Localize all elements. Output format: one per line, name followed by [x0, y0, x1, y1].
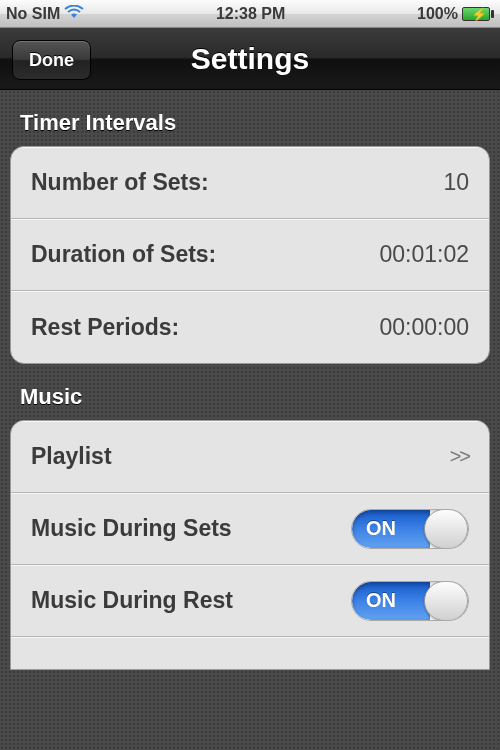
toggle-knob — [424, 581, 468, 621]
row-music-during-rest: Music During Rest ON — [11, 565, 489, 637]
toggle-on-label: ON — [366, 589, 396, 612]
battery-percent: 100% — [417, 5, 458, 23]
row-value: 10 — [443, 169, 469, 196]
toggle-music-during-rest[interactable]: ON — [351, 581, 469, 621]
row-value: 00:01:02 — [379, 241, 469, 268]
nav-bar: Done Settings — [0, 28, 500, 90]
row-label: Playlist — [31, 443, 112, 470]
done-button-label: Done — [29, 50, 74, 71]
done-button[interactable]: Done — [12, 40, 91, 80]
section-header-timer: Timer Intervals — [10, 90, 490, 146]
group-music: Playlist >> Music During Sets ON Music D… — [10, 420, 490, 670]
row-value: 00:00:00 — [379, 314, 469, 341]
group-timer-intervals: Number of Sets: 10 Duration of Sets: 00:… — [10, 146, 490, 364]
toggle-music-during-sets[interactable]: ON — [351, 509, 469, 549]
page-title: Settings — [191, 42, 309, 76]
chevron-right-icon: >> — [450, 445, 469, 468]
row-label: Duration of Sets: — [31, 241, 216, 268]
row-label: Music During Rest — [31, 587, 233, 614]
section-header-music: Music — [10, 364, 490, 420]
settings-content[interactable]: Timer Intervals Number of Sets: 10 Durat… — [0, 90, 500, 750]
row-duration-of-sets[interactable]: Duration of Sets: 00:01:02 — [11, 219, 489, 291]
row-rest-periods[interactable]: Rest Periods: 00:00:00 — [11, 291, 489, 363]
status-left: No SIM — [6, 5, 84, 23]
row-number-of-sets[interactable]: Number of Sets: 10 — [11, 147, 489, 219]
wifi-icon — [64, 5, 84, 23]
row-label: Number of Sets: — [31, 169, 209, 196]
carrier-text: No SIM — [6, 5, 60, 23]
row-music-during-sets: Music During Sets ON — [11, 493, 489, 565]
row-cutoff — [11, 637, 489, 669]
status-right: 100% ⚡ — [417, 5, 494, 23]
toggle-on-label: ON — [366, 517, 396, 540]
toggle-knob — [424, 509, 468, 549]
row-label: Music During Sets — [31, 515, 232, 542]
status-bar: No SIM 12:38 PM 100% ⚡ — [0, 0, 500, 28]
row-playlist[interactable]: Playlist >> — [11, 421, 489, 493]
row-label: Rest Periods: — [31, 314, 179, 341]
status-time: 12:38 PM — [216, 5, 285, 23]
battery-icon: ⚡ — [462, 7, 494, 21]
